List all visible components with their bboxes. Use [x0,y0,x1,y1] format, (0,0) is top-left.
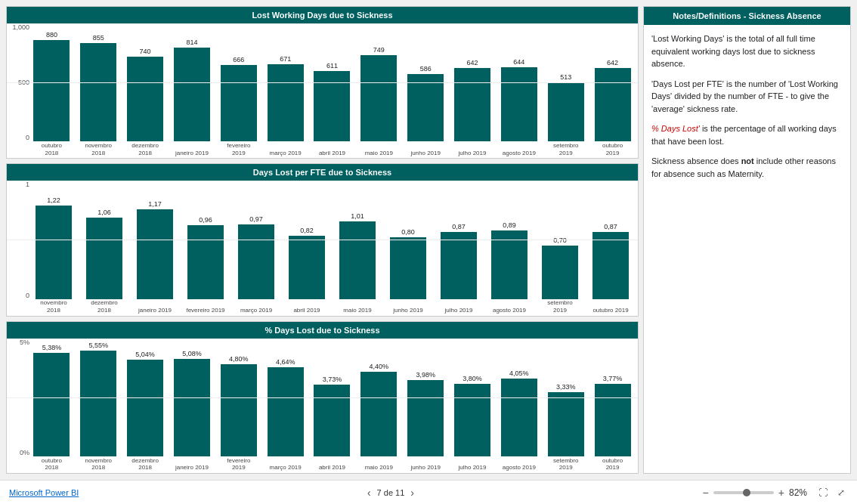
bar-rect[interactable] [548,392,584,456]
bar-rect[interactable] [268,64,304,141]
bar-group[interactable]: 0,89agosto 2019 [485,184,534,298]
bar-group[interactable]: 3,98%junho 2019 [404,342,448,456]
zoom-slider[interactable] [713,491,774,494]
bar-rect[interactable] [221,364,257,456]
chart3-y-axis: 5%0% [10,339,31,456]
zoom-out-button[interactable]: − [703,487,709,499]
fullscreen-icon[interactable]: ⛶ [816,486,830,499]
bar-rect[interactable] [595,68,631,142]
bar-rect[interactable] [501,67,537,141]
bar-rect[interactable] [491,230,528,298]
bar-group[interactable]: 3,80%julho 2019 [450,342,495,456]
zoom-in-button[interactable]: + [778,487,784,499]
bar-rect[interactable] [595,384,631,456]
expand-icon[interactable]: ⤢ [834,486,848,499]
bar-group[interactable]: 644agosto 2019 [497,26,541,141]
bar-rect[interactable] [360,372,397,456]
bar-rect[interactable] [33,40,70,141]
bar-x-label: junho 2019 [404,464,448,472]
bar-value-label: 5,55% [89,342,109,349]
bar-group[interactable]: 642julho 2019 [450,26,495,141]
nav-next-button[interactable]: › [410,487,414,499]
bar-group[interactable]: 1,17janeiro 2019 [131,184,179,298]
bar-rect[interactable] [174,48,210,141]
bar-group[interactable]: 4,80%fevereiro 2019 [216,342,261,456]
bar-rect[interactable] [542,246,578,299]
bar-x-label: maio 2019 [333,307,382,314]
bar-rect[interactable] [137,209,173,299]
bar-group[interactable]: 611abril 2019 [310,26,354,141]
bar-group[interactable]: 3,77%outubro 2019 [590,342,635,456]
bar-group[interactable]: 3,73%abril 2019 [310,342,354,456]
bar-x-label: dezembro 2018 [123,457,168,472]
bar-group[interactable]: 4,64%março 2019 [263,342,308,456]
bar-group[interactable]: 749maio 2019 [357,26,401,141]
bar-group[interactable]: 3,33%setembro 2019 [543,342,588,456]
bar-group[interactable]: 0,80junho 2019 [384,184,432,298]
y-axis-label: 500 [18,79,29,86]
bar-x-label: novembro 2018 [76,142,121,156]
bar-rect[interactable] [221,65,257,141]
bar-group[interactable]: 0,96fevereiro 2019 [181,184,230,298]
bar-rect[interactable] [174,359,210,456]
bar-x-label: setembro 2019 [543,142,588,156]
bar-rect[interactable] [548,82,584,141]
bar-group[interactable]: 855novembro 2018 [76,26,121,141]
bar-value-label: 666 [233,56,244,63]
bar-rect[interactable] [127,57,163,142]
bar-group[interactable]: 740dezembro 2018 [123,26,168,141]
bar-rect[interactable] [441,232,477,298]
bar-group[interactable]: 5,08%janeiro 2019 [170,342,215,456]
bar-group[interactable]: 4,05%agosto 2019 [497,342,541,456]
bar-group[interactable]: 1,01maio 2019 [333,184,382,298]
bar-rect[interactable] [592,232,629,298]
bar-group[interactable]: 5,04%dezembro 2018 [123,342,168,456]
bar-group[interactable]: 4,40%maio 2019 [357,342,401,456]
bar-group[interactable]: 1,22novembro 2018 [29,184,78,298]
bar-group[interactable]: 671março 2019 [263,26,308,141]
notes-header: Notes/Definitions - Sickness Absence [644,7,850,25]
bar-rect[interactable] [339,221,376,299]
bar-group[interactable]: 5,38%outubro 2018 [29,342,74,456]
brand-link[interactable]: Microsoft Power BI [9,488,79,497]
bar-rect[interactable] [238,224,274,299]
bar-group[interactable]: 0,82abril 2019 [283,184,331,298]
bar-rect[interactable] [187,225,224,298]
bar-rect[interactable] [360,55,397,141]
bar-group[interactable]: 0,87julho 2019 [435,184,483,298]
bar-group[interactable]: 0,97março 2019 [232,184,280,298]
bar-group[interactable]: 5,55%novembro 2018 [76,342,121,456]
bar-group[interactable]: 642outubro 2019 [590,26,635,141]
bar-rect[interactable] [289,236,325,298]
bar-rect[interactable] [127,360,163,456]
bar-rect[interactable] [501,379,537,456]
bar-value-label: 3,73% [323,376,342,383]
bar-rect[interactable] [80,351,116,456]
bar-rect[interactable] [407,380,444,456]
bar-rect[interactable] [314,385,350,456]
bar-group[interactable]: 1,06dezembro 2018 [80,184,128,298]
bar-x-label: setembro 2019 [543,457,588,472]
nav-prev-button[interactable]: ‹ [367,487,371,499]
bar-rect[interactable] [268,367,304,456]
bar-group[interactable]: 0,70setembro 2019 [536,184,584,298]
bar-rect[interactable] [80,43,116,141]
bar-x-label: outubro 2018 [29,142,74,156]
bar-value-label: 0,70 [553,237,567,244]
bar-group[interactable]: 666fevereiro 2019 [216,26,261,141]
bar-rect[interactable] [86,218,122,299]
bar-rect[interactable] [314,71,350,141]
bar-group[interactable]: 586junho 2019 [404,26,448,141]
bar-group[interactable]: 880outubro 2018 [29,26,74,141]
bar-x-label: abril 2019 [310,150,354,157]
bar-rect[interactable] [407,74,444,141]
bar-rect[interactable] [33,353,70,456]
bar-rect[interactable] [390,237,426,298]
bar-rect[interactable] [36,206,72,299]
bar-rect[interactable] [454,68,490,142]
bar-group[interactable]: 513setembro 2019 [543,26,588,141]
bar-rect[interactable] [454,384,490,456]
bar-group[interactable]: 0,87outubro 2019 [586,184,635,298]
bar-value-label: 586 [420,65,432,73]
bar-group[interactable]: 814janeiro 2019 [170,26,215,141]
